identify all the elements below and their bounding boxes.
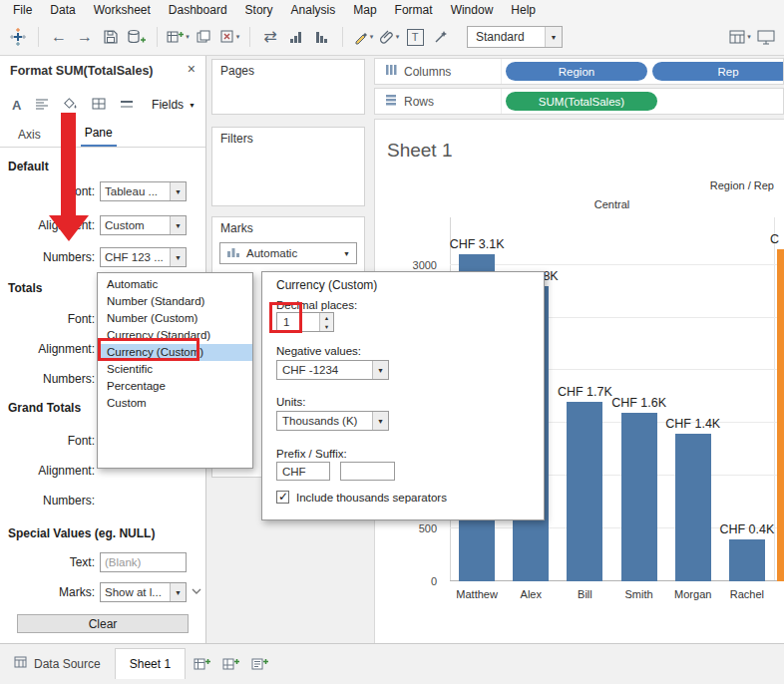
format-tab-axis[interactable]: Axis [14, 128, 45, 147]
format-tab-pane[interactable]: Pane [81, 126, 117, 147]
new-story-button[interactable] [246, 651, 272, 677]
units-select[interactable]: Thousands (K) ▼ [276, 411, 389, 431]
pages-shelf[interactable]: Pages [211, 59, 365, 115]
section-totals: Totals [8, 281, 42, 295]
show-mark-labels-icon[interactable]: T [403, 24, 427, 50]
spinner-up-icon[interactable]: ▲ [320, 313, 333, 322]
tab-data-source[interactable]: Data Source [0, 648, 115, 679]
new-dashboard-button[interactable] [217, 651, 243, 677]
marks-card-label: Marks [220, 221, 253, 235]
default-numbers-select[interactable]: CHF 123 ...▼ [100, 247, 187, 267]
undo-icon[interactable]: ← [47, 24, 71, 50]
sort-descending-icon[interactable] [310, 24, 334, 50]
filters-shelf[interactable]: Filters [211, 127, 365, 206]
tab-sheet-1[interactable]: Sheet 1 [115, 648, 186, 679]
bar-smith[interactable] [621, 413, 657, 581]
menu-item-worksheet[interactable]: Worksheet [85, 2, 160, 18]
y-tick-label: 500 [399, 522, 437, 534]
new-data-source-icon[interactable] [125, 24, 149, 50]
fields-dropdown[interactable]: Fields ▼ [152, 98, 196, 112]
menu-item-data[interactable]: Data [41, 2, 84, 18]
gridline [450, 264, 784, 265]
borders-icon[interactable] [92, 98, 106, 113]
menu-item-help[interactable]: Help [502, 2, 545, 18]
chevron-down-icon: ▼ [372, 412, 388, 430]
grand-totals-numbers-row: Numbers: [0, 491, 205, 511]
highlight-icon[interactable]: ▾ [351, 24, 375, 50]
format-option-number-custom[interactable]: Number (Custom) [98, 310, 252, 327]
menu-item-window[interactable]: Window [442, 2, 503, 18]
special-marks-select[interactable]: Show at l...▼ [100, 582, 187, 602]
chevron-down-icon: ▼ [170, 216, 186, 234]
lines-icon[interactable] [120, 98, 134, 113]
shading-icon[interactable] [63, 97, 78, 113]
paperclip-icon[interactable]: ▾ [377, 24, 401, 50]
thousands-separator-row[interactable]: Include thousands separators [276, 491, 447, 504]
redo-icon[interactable]: → [73, 24, 97, 50]
columns-label-text: Columns [404, 65, 451, 79]
suffix-input[interactable] [340, 462, 395, 481]
default-font-value: Tableau ... [105, 185, 158, 197]
swap-rows-columns-icon[interactable]: ⇄ [258, 24, 282, 50]
show-cards-icon[interactable]: ▾ [728, 24, 752, 50]
chevron-down-icon: ▼ [170, 182, 186, 200]
default-font-select[interactable]: Tableau ...▼ [100, 181, 187, 201]
new-worksheet-button[interactable] [189, 651, 214, 677]
format-option-percentage[interactable]: Percentage [98, 378, 252, 395]
pill-rep[interactable]: Rep≡ [652, 62, 784, 81]
bar-morgan[interactable] [675, 434, 711, 581]
negative-values-label: Negative values: [276, 345, 361, 357]
mark-type-value: Automatic [246, 247, 297, 259]
menu-item-dashboard[interactable]: Dashboard [160, 2, 236, 18]
fit-selector-value: Standard [476, 30, 525, 44]
menu-item-file[interactable]: File [4, 2, 41, 18]
format-option-number-standard[interactable]: Number (Standard) [98, 293, 252, 310]
thousands-separator-label: Include thousands separators [296, 492, 447, 504]
special-text-input[interactable]: (Blank) [100, 552, 187, 572]
duplicate-icon[interactable] [192, 24, 215, 50]
mark-type-select[interactable]: Automatic ▼ [219, 242, 357, 264]
units-label: Units: [276, 396, 305, 408]
menu-item-format[interactable]: Format [386, 2, 442, 18]
format-option-custom[interactable]: Custom [98, 395, 252, 412]
tableau-logo-icon[interactable] [6, 24, 30, 50]
format-option-automatic[interactable]: Automatic [98, 276, 252, 293]
new-worksheet-icon[interactable]: ▾ [166, 24, 190, 50]
menu-item-analysis[interactable]: Analysis [282, 2, 345, 18]
dialog-title: Currency (Custom) [276, 278, 377, 292]
close-icon[interactable]: × [188, 61, 196, 77]
bar-adjacent-region-partial[interactable] [777, 249, 784, 581]
save-icon[interactable] [99, 24, 123, 50]
prefix-input[interactable]: CHF [276, 462, 330, 481]
pill-region[interactable]: Region [506, 62, 647, 81]
decimal-places-spinner[interactable]: ▲ ▼ [319, 313, 333, 331]
menu-item-map[interactable]: Map [344, 2, 385, 18]
spinner-down-icon[interactable]: ▼ [320, 322, 333, 331]
sort-ascending-icon[interactable] [284, 24, 308, 50]
chevron-down-icon[interactable]: ▼ [545, 27, 562, 47]
bar-rachel[interactable] [729, 539, 765, 581]
alignment-label: Alignment: [0, 461, 95, 481]
bar-value-label-morgan: CHF 1.4K [651, 417, 735, 431]
presentation-mode-icon[interactable] [754, 24, 778, 50]
chevron-down-icon: ▼ [170, 248, 186, 266]
font-icon[interactable]: A [12, 98, 21, 113]
pill-sum-totalsales[interactable]: SUM(TotalSales) [506, 92, 657, 111]
rows-shelf[interactable]: Rows SUM(TotalSales) [374, 88, 784, 115]
alignment-icon[interactable] [35, 98, 49, 113]
clear-button[interactable]: Clear [17, 614, 189, 633]
currency-custom-dialog: Currency (Custom) Decimal places: 1 ▲ ▼ … [261, 271, 545, 520]
bar-bill[interactable] [567, 402, 602, 581]
clear-sheet-icon[interactable]: ▾ [217, 24, 241, 50]
columns-shelf[interactable]: Columns RegionRep≡ [374, 58, 784, 85]
scroll-down-icon[interactable] [192, 584, 201, 596]
negative-values-select[interactable]: CHF -1234 ▼ [276, 360, 389, 380]
default-alignment-select[interactable]: Custom▼ [100, 215, 187, 235]
thousands-separator-checkbox[interactable] [276, 491, 289, 504]
fit-selector[interactable]: Standard ▼ [467, 26, 563, 48]
menu-item-story[interactable]: Story [236, 2, 282, 18]
fix-formatting-icon[interactable] [429, 24, 453, 50]
bar-value-label-rachel: CHF 0.4K [705, 522, 784, 536]
toolbar-separator [157, 27, 158, 47]
format-option-scientific[interactable]: Scientific [98, 361, 252, 378]
